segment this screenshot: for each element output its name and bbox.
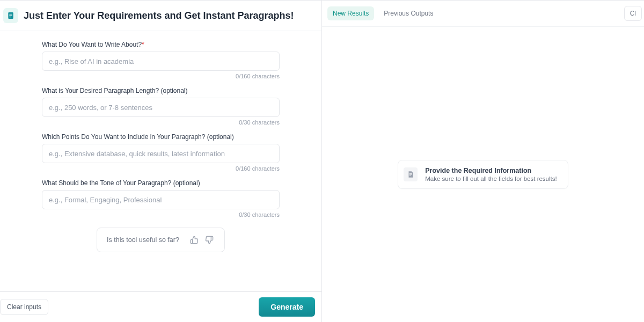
char-counter: 0/30 characters — [42, 119, 280, 126]
document-icon — [404, 167, 418, 181]
left-pane: Just Enter Your Requirements and Get Ins… — [0, 1, 322, 322]
clear-results-button[interactable]: Cl — [624, 6, 642, 21]
info-text: Provide the Required Information Make su… — [425, 167, 557, 182]
info-card: Provide the Required Information Make su… — [398, 160, 568, 189]
thumbs-up-icon[interactable] — [189, 235, 200, 245]
field-points: Which Points Do You Want to Include in Y… — [42, 133, 280, 172]
svg-rect-5 — [409, 174, 412, 175]
char-counter: 0/160 characters — [42, 165, 280, 172]
feedback-box: Is this tool useful so far? — [97, 228, 225, 252]
right-header: New Results Previous Outputs Cl — [322, 1, 644, 27]
page-title: Just Enter Your Requirements and Get Ins… — [24, 10, 294, 21]
field-label: What Do You Want to Write About?* — [42, 41, 280, 48]
label-text: What Do You Want to Write About? — [42, 41, 142, 48]
clear-inputs-button[interactable]: Clear inputs — [0, 299, 48, 315]
tone-input[interactable] — [42, 190, 280, 209]
results-body: Provide the Required Information Make su… — [322, 27, 644, 322]
char-counter: 0/160 characters — [42, 73, 280, 79]
field-label: Which Points Do You Want to Include in Y… — [42, 133, 280, 141]
thumbs-down-icon[interactable] — [204, 235, 215, 245]
results-tabs: New Results Previous Outputs — [327, 6, 438, 20]
left-header: Just Enter Your Requirements and Get Ins… — [0, 1, 321, 31]
bottom-bar: Clear inputs Generate — [0, 291, 321, 322]
right-pane: New Results Previous Outputs Cl Provide … — [322, 1, 644, 322]
form-area: What Do You Want to Write About?* 0/160 … — [0, 31, 321, 291]
length-input[interactable] — [42, 98, 280, 117]
field-topic: What Do You Want to Write About?* 0/160 … — [42, 41, 280, 79]
topic-input[interactable] — [42, 52, 280, 71]
char-counter: 0/30 characters — [42, 211, 280, 218]
required-star: * — [142, 41, 144, 48]
field-label: What Should be the Tone of Your Paragrap… — [42, 179, 280, 187]
field-label: What is Your Desired Paragraph Length? (… — [42, 87, 280, 94]
points-input[interactable] — [42, 144, 280, 163]
info-title: Provide the Required Information — [425, 167, 557, 174]
generate-button[interactable]: Generate — [259, 297, 315, 317]
field-tone: What Should be the Tone of Your Paragrap… — [42, 179, 280, 218]
tab-previous-outputs[interactable]: Previous Outputs — [378, 6, 438, 20]
tab-new-results[interactable]: New Results — [327, 6, 374, 20]
svg-rect-6 — [409, 175, 412, 176]
feedback-prompt: Is this tool useful so far? — [107, 236, 179, 244]
thumbs-group — [189, 235, 215, 245]
svg-rect-4 — [409, 173, 412, 174]
field-length: What is Your Desired Paragraph Length? (… — [42, 87, 280, 126]
document-icon — [3, 8, 18, 23]
info-subtitle: Make sure to fill out all the fields for… — [425, 175, 557, 182]
